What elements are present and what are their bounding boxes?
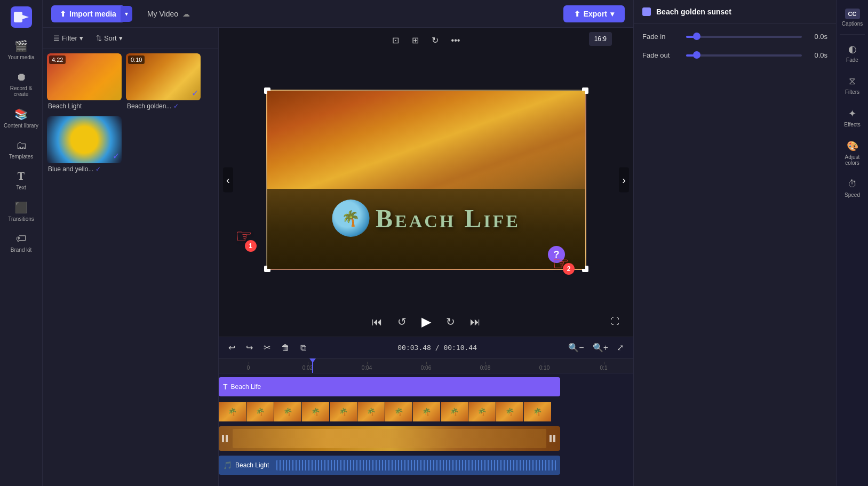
preview-nav-right-button[interactable]: › <box>619 168 629 193</box>
ruler-mark-2: 0:02 <box>278 365 337 371</box>
sidebar-item-your-media[interactable]: 🎬 Your media <box>0 34 42 66</box>
export-button[interactable]: ⬆ Export ▾ <box>563 5 625 22</box>
text-track-icon: T <box>223 383 228 391</box>
sidebar-item-record-create[interactable]: ⏺ Record & create <box>0 66 42 102</box>
media-item-blue-yellow[interactable]: ✓ Blue and yello... ✓ <box>47 116 122 175</box>
media-item-beach-light[interactable]: 4:22 Beach Light <box>47 53 122 112</box>
fullscreen-button[interactable]: ⛶ <box>608 314 623 330</box>
media-duration-beach-light: 4:22 <box>49 55 66 64</box>
speed-label: Speed <box>845 192 860 198</box>
time-tool-button[interactable]: ↻ <box>427 32 443 49</box>
track-pause-icon-right <box>550 435 557 442</box>
sidebar-item-label: Brand kit <box>11 247 31 253</box>
playhead[interactable] <box>312 358 313 373</box>
filters-label: Filters <box>845 89 859 95</box>
audio-track-clip[interactable]: 🎵 Beach Light <box>219 456 560 475</box>
track-pause-icon-left <box>222 435 229 442</box>
sort-button[interactable]: ⇅ Sort ▾ <box>92 32 127 44</box>
project-name: My Video <box>147 10 178 18</box>
sidebar-item-templates[interactable]: 🗂 Templates <box>0 134 42 165</box>
animation-track-row: 🌴 🌴 🌴 🌴 🌴 🌴 🌴 🌴 🌴 🌴 🌴 <box>219 400 633 424</box>
media-toolbar: ☰ Filter ▾ ⇅ Sort ▾ <box>43 28 218 49</box>
import-label: Import media <box>69 10 116 18</box>
zoom-in-button[interactable]: 🔍+ <box>590 340 611 355</box>
fade-icon: ◐ <box>848 43 857 55</box>
timeline-toolbar: ↩ ↪ ✂ 🗑 ⧉ 00:03.48 / 00:10.44 🔍− 🔍+ ⤢ <box>219 337 633 358</box>
preview-canvas: 🌴 Beach Life ☞ 1 <box>266 90 586 270</box>
preview-area: ⊡ ⊞ ↻ ••• 16:9 ‹ 🌴 Be <box>219 28 633 486</box>
duplicate-button[interactable]: ⧉ <box>297 341 309 355</box>
sidebar-item-label: Record & create <box>2 85 40 97</box>
sidebar-item-filters[interactable]: ⧖ Filters <box>837 70 868 100</box>
timeline-tracks-area: 0 0:02 0:04 0:06 0:08 0:10 0:1 <box>219 358 633 486</box>
anim-frame-5: 🌴 <box>330 402 357 421</box>
playback-controls: ⏮ ↺ ▶ ↻ ⏭ ⛶ <box>219 307 633 337</box>
more-tools-button[interactable]: ••• <box>447 33 465 49</box>
app-logo <box>9 4 34 30</box>
content-library-icon: 📚 <box>14 108 28 121</box>
forward-button[interactable]: ↻ <box>443 312 458 331</box>
import-dropdown-button[interactable]: ▾ <box>121 6 132 22</box>
import-media-button[interactable]: ⬆ Import media <box>51 5 125 22</box>
fade-in-row: Fade in 0.0s <box>642 33 827 41</box>
filter-button[interactable]: ☰ Filter ▾ <box>49 32 87 44</box>
cut-button[interactable]: ✂ <box>260 340 274 355</box>
import-icon: ⬆ <box>60 10 66 18</box>
anim-frame-11: 🌴 <box>496 402 524 421</box>
delete-button[interactable]: 🗑 <box>278 341 293 355</box>
ruler-mark-8: 0:08 <box>456 365 515 371</box>
project-title: My Video ☁ <box>147 10 190 18</box>
time-ruler: 0 0:02 0:04 0:06 0:08 0:10 0:1 <box>219 358 633 373</box>
text-track-clip[interactable]: T Beach Life <box>219 377 560 396</box>
video-track-clip[interactable] <box>219 426 560 451</box>
effects-label: Effects <box>844 122 860 128</box>
zoom-out-button[interactable]: 🔍− <box>565 340 587 355</box>
fade-in-slider[interactable] <box>686 36 802 38</box>
sidebar-item-effects[interactable]: ✦ Effects <box>837 102 868 133</box>
media-label-blue-yellow: Blue and yello... ✓ <box>47 163 122 175</box>
filter-label: Filter <box>62 34 77 42</box>
ruler-mark-12: 0:1 <box>574 365 633 371</box>
layout-tool-button[interactable]: ⊞ <box>408 32 423 49</box>
top-bar: ⬆ Import media ▾ My Video ☁ ⬆ Export ▾ <box>43 0 633 28</box>
middle-row: ☰ Filter ▾ ⇅ Sort ▾ 4:22 Beach Lig <box>43 28 633 486</box>
skip-forward-button[interactable]: ⏭ <box>467 313 484 331</box>
undo-button[interactable]: ↩ <box>225 340 238 355</box>
aspect-ratio-button[interactable]: 16:9 <box>589 32 612 46</box>
sidebar-item-content-library[interactable]: 📚 Content library <box>0 102 42 134</box>
sidebar-item-captions[interactable]: CC Captions <box>840 4 865 31</box>
preview-nav-left-button[interactable]: ‹ <box>223 168 233 193</box>
video-track-row <box>219 425 633 452</box>
fit-to-timeline-button[interactable]: ⤢ <box>614 340 627 355</box>
sidebar-item-text[interactable]: T Text <box>0 165 42 196</box>
ruler-mark-0: 0 <box>219 365 278 371</box>
ruler-marks: 0 0:02 0:04 0:06 0:08 0:10 0:1 <box>219 365 633 371</box>
crop-tool-button[interactable]: ⊡ <box>388 32 403 49</box>
animation-track-clip[interactable]: 🌴 🌴 🌴 🌴 🌴 🌴 🌴 🌴 🌴 🌴 🌴 <box>219 402 560 421</box>
play-button[interactable]: ▶ <box>418 311 434 332</box>
adjust-colors-icon: 🎨 <box>847 140 858 152</box>
sidebar-item-speed[interactable]: ⏱ Speed <box>837 173 868 203</box>
cursor-annotation-1: ☞ 1 <box>235 225 252 248</box>
record-create-icon: ⏺ <box>16 71 27 83</box>
right-panel-header: Beach golden sunset <box>634 0 836 24</box>
filter-icon: ☰ <box>53 34 60 42</box>
sidebar-divider-1 <box>840 34 865 35</box>
sidebar-item-fade[interactable]: ◐ Fade <box>837 38 868 68</box>
hand-cursor-1: ☞ <box>235 225 252 248</box>
cloud-sync-icon: ☁ <box>182 10 190 18</box>
captions-icon: CC <box>845 9 860 19</box>
rewind-button[interactable]: ↺ <box>394 312 410 331</box>
skip-back-button[interactable]: ⏮ <box>369 313 386 331</box>
sidebar-item-transitions[interactable]: ⬛ Transitions <box>0 196 42 227</box>
filters-icon: ⧖ <box>849 76 856 87</box>
redo-button[interactable]: ↪ <box>243 340 256 355</box>
fade-out-slider[interactable] <box>686 54 802 57</box>
media-item-beach-golden[interactable]: 0:10 ✓ Beach golden... ✓ <box>126 53 201 112</box>
media-panel: ☰ Filter ▾ ⇅ Sort ▾ 4:22 Beach Lig <box>43 28 219 486</box>
fade-out-thumb[interactable] <box>693 51 700 59</box>
sidebar-item-adjust-colors[interactable]: 🎨 Adjust colors <box>837 135 868 171</box>
fade-in-thumb[interactable] <box>693 33 700 40</box>
cursor-badge-1: 1 <box>245 240 257 252</box>
sidebar-item-brand-kit[interactable]: 🏷 Brand kit <box>0 227 42 258</box>
